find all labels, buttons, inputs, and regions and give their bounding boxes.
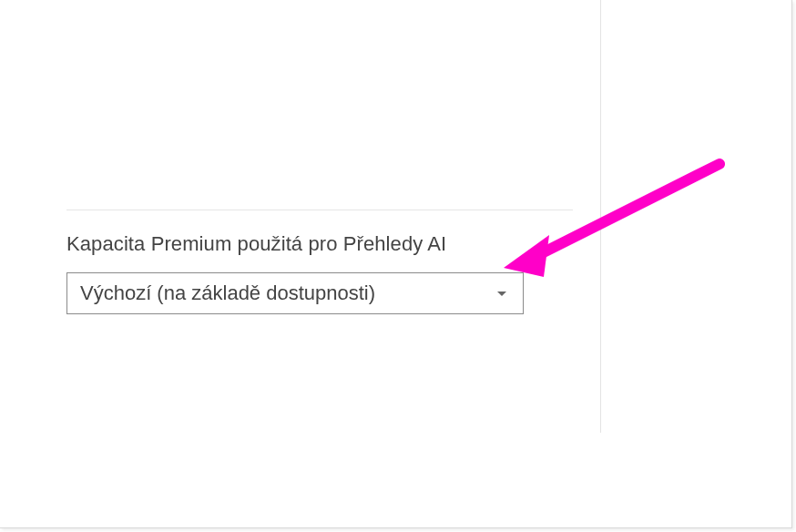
- chevron-down-icon: [497, 292, 506, 296]
- vertical-divider: [600, 0, 601, 433]
- content-area: Kapacita Premium použitá pro Přehledy AI…: [66, 210, 573, 314]
- capacity-label: Kapacita Premium použitá pro Přehledy AI: [66, 232, 573, 256]
- settings-panel-frame: Kapacita Premium použitá pro Přehledy AI…: [0, 0, 792, 528]
- capacity-dropdown-value: Výchozí (na základě dostupnosti): [80, 281, 375, 305]
- horizontal-divider: [66, 210, 573, 210]
- capacity-dropdown[interactable]: Výchozí (na základě dostupnosti): [66, 272, 524, 314]
